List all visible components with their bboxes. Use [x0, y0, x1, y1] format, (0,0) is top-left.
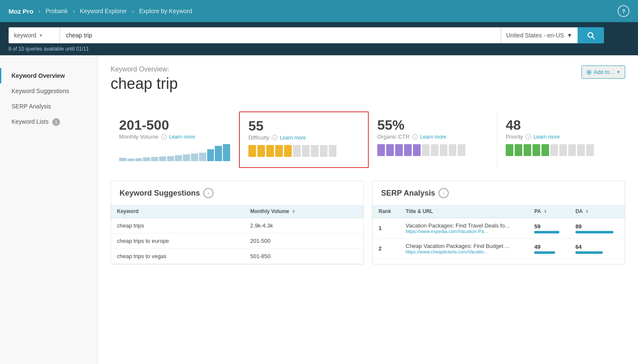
vol-bar-8	[175, 155, 182, 161]
metric-monthly-volume-label: Monthly Volume i Learn more	[119, 134, 230, 140]
title-url-cell: Cheap Vacation Packages: Find Budget ...…	[400, 239, 528, 259]
sidebar-item-keyword-overview[interactable]: Keyword Overview	[0, 68, 97, 83]
col-da: DA ⬍	[570, 205, 625, 218]
vol-bar-9	[183, 154, 190, 161]
search-input[interactable]	[60, 27, 501, 43]
help-button[interactable]: ?	[618, 5, 629, 17]
difficulty-bars	[248, 145, 359, 157]
priority-bar-9	[577, 144, 585, 156]
priority-info-icon[interactable]: i	[525, 134, 531, 139]
pa-bar-container	[534, 251, 564, 254]
result-url[interactable]: https://www.cheaptickets.com/Vacatio...	[406, 249, 522, 254]
ctr-bar-2	[386, 144, 394, 156]
da-bar-container	[575, 231, 619, 233]
diff-bar-4	[275, 145, 283, 157]
table-row: cheap trips to vegas 501-850	[111, 249, 363, 264]
monthly-volume-info-icon[interactable]: i	[161, 134, 167, 139]
priority-bar-4	[533, 144, 540, 156]
ctr-bar-6	[422, 144, 430, 156]
main-layout: Keyword Overview Keyword Suggestions SER…	[0, 55, 638, 364]
add-to-button[interactable]: ⊕ Add to... ▼	[581, 65, 625, 79]
diff-bar-6	[293, 145, 301, 157]
nav-explore-by-keyword[interactable]: Explore by Keyword	[139, 8, 192, 14]
vol-bar-10	[191, 154, 198, 161]
nav-sep-2: ›	[73, 8, 75, 14]
ctr-learn-more[interactable]: Learn more	[420, 134, 446, 140]
vol-bar-2	[127, 159, 134, 161]
nav-sep-1: ›	[38, 8, 40, 14]
serp-analysis-nav-icon[interactable]: ›	[439, 188, 449, 198]
keyword-suggestions-table: Keyword Monthly Volume ⬍ cheap trips 2.9…	[111, 205, 363, 264]
country-label: United States - en-US	[506, 32, 564, 39]
sidebar-item-keyword-suggestions[interactable]: Keyword Suggestions	[0, 83, 97, 99]
keyword-lists-badge: 1	[52, 118, 60, 126]
sidebar-item-serp-analysis[interactable]: SERP Analysis	[0, 99, 97, 114]
serp-analysis-title: SERP Analysis	[381, 189, 435, 198]
difficulty-learn-more[interactable]: Learn more	[280, 135, 306, 141]
priority-bar-10	[586, 144, 594, 156]
col-keyword: Keyword	[111, 205, 244, 218]
priority-bar-5	[541, 144, 549, 156]
keyword-cell: cheap trips	[111, 218, 244, 233]
diff-bar-5	[284, 145, 292, 157]
diff-bar-9	[320, 145, 328, 157]
priority-bar-1	[506, 144, 513, 156]
priority-bar-8	[568, 144, 576, 156]
keyword-suggestions-title: Keyword Suggestions	[120, 189, 200, 198]
search-type-select[interactable]: keyword ▼	[9, 27, 60, 43]
da-bar-container	[575, 251, 619, 254]
table-row: 1 Vacation Packages: Find Travel Deals f…	[373, 218, 625, 239]
metric-difficulty: 55 Difficulty i Learn more	[239, 111, 369, 168]
nav-keyword-explorer[interactable]: Keyword Explorer	[80, 8, 127, 14]
vol-bar-6	[159, 156, 166, 161]
priority-learn-more[interactable]: Learn more	[533, 134, 559, 140]
ctr-info-icon[interactable]: i	[412, 134, 418, 139]
result-title: Vacation Packages: Find Travel Deals fo.…	[406, 222, 522, 229]
rank-cell: 1	[373, 218, 400, 239]
diff-bar-3	[266, 145, 274, 157]
nav-probank[interactable]: Probank	[46, 8, 68, 14]
monthly-volume-learn-more[interactable]: Learn more	[169, 134, 195, 140]
sidebar-item-keyword-lists[interactable]: Keyword Lists 1	[0, 114, 97, 130]
diff-bar-7	[302, 145, 310, 157]
diff-bar-10	[329, 145, 336, 157]
ctr-bar-9	[449, 144, 456, 156]
sort-icon-volume[interactable]: ⬍	[292, 209, 295, 214]
serp-analysis-header: SERP Analysis ›	[373, 181, 625, 205]
result-title: Cheap Vacation Packages: Find Budget ...	[406, 243, 522, 249]
diff-bar-2	[257, 145, 265, 157]
sort-icon-pa[interactable]: ⬍	[544, 209, 547, 214]
metric-priority-number: 48	[506, 118, 617, 132]
col-monthly-volume: Monthly Volume ⬍	[244, 205, 363, 218]
top-nav: Moz Pro › Probank › Keyword Explorer › E…	[0, 0, 638, 22]
table-row: cheap trips 2.9k-4.3k	[111, 218, 363, 233]
vol-bar-11	[199, 153, 206, 161]
difficulty-info-icon[interactable]: i	[272, 135, 277, 140]
metric-ctr-label: Organic CTR i Learn more	[377, 134, 488, 140]
page-title: cheap trip	[111, 75, 178, 93]
da-cell: 64	[570, 239, 625, 259]
keyword-suggestions-nav-icon[interactable]: ›	[203, 188, 214, 198]
keyword-cell: cheap trips to vegas	[111, 249, 244, 264]
volume-cell: 201-500	[244, 233, 363, 249]
keyword-suggestions-header: Keyword Suggestions ›	[111, 181, 363, 205]
metric-difficulty-number: 55	[248, 119, 359, 133]
table-row: 2 Cheap Vacation Packages: Find Budget .…	[373, 239, 625, 259]
pa-bar	[534, 231, 559, 233]
sort-icon-da[interactable]: ⬍	[585, 209, 589, 214]
serp-analysis-table: Rank Title & URL PA ⬍ DA ⬍	[373, 205, 625, 259]
metric-priority: 48 Priority i Learn more	[497, 111, 625, 168]
col-title-url: Title & URL	[400, 205, 528, 218]
result-url[interactable]: https://www.expedia.com/Vacation-Pa...	[406, 229, 522, 234]
metric-monthly-volume: 201-500 Monthly Volume i Learn more	[111, 111, 239, 168]
ctr-bar-8	[440, 144, 447, 156]
search-country-select[interactable]: United States - en-US ▼	[501, 27, 578, 43]
plus-icon: ⊕	[586, 68, 592, 76]
priority-bar-6	[550, 144, 558, 156]
metric-difficulty-label: Difficulty i Learn more	[248, 134, 359, 141]
search-button[interactable]	[578, 27, 604, 43]
pa-bar-container	[534, 231, 564, 233]
search-row: keyword ▼ United States - en-US ▼	[9, 27, 604, 43]
da-cell: 89	[570, 218, 625, 239]
metrics-row: 201-500 Monthly Volume i Learn more	[111, 111, 625, 168]
